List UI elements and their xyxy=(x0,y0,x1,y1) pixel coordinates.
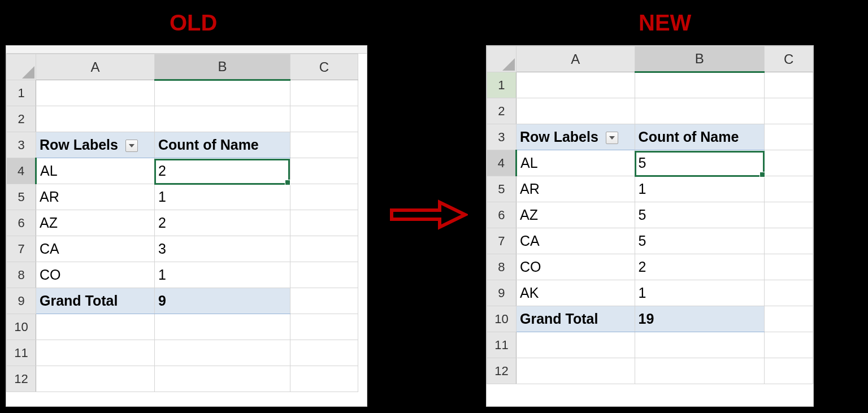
cell[interactable] xyxy=(635,332,765,358)
row-header[interactable]: 9 xyxy=(7,288,36,314)
row-header[interactable]: 1 xyxy=(7,80,36,106)
grid-new[interactable]: A B C 1 2 3 Row Labels Count of Name 4AL… xyxy=(487,46,813,384)
cell[interactable] xyxy=(155,314,290,340)
cell[interactable] xyxy=(765,254,813,280)
pivot-row-label[interactable]: CO xyxy=(516,254,635,280)
spreadsheet-new[interactable]: A B C 1 2 3 Row Labels Count of Name 4AL… xyxy=(486,45,814,407)
row-header[interactable]: 3 xyxy=(487,124,517,150)
row-header[interactable]: 4 xyxy=(7,158,36,184)
pivot-row-label[interactable]: AR xyxy=(516,176,635,202)
col-header-A[interactable]: A xyxy=(516,46,635,72)
cell[interactable] xyxy=(36,106,155,132)
select-all-corner[interactable] xyxy=(7,54,36,80)
cell[interactable] xyxy=(36,366,155,392)
grand-total-label[interactable]: Grand Total xyxy=(36,288,155,314)
col-header-A[interactable]: A xyxy=(36,54,155,80)
cell[interactable] xyxy=(36,314,155,340)
pivot-row-label[interactable]: CO xyxy=(36,262,155,288)
cell[interactable] xyxy=(516,98,635,124)
cell[interactable] xyxy=(290,314,358,340)
cell[interactable] xyxy=(765,202,813,228)
cell[interactable] xyxy=(765,306,813,332)
row-header[interactable]: 5 xyxy=(487,176,517,202)
select-all-corner[interactable] xyxy=(487,46,517,72)
cell[interactable] xyxy=(516,358,635,384)
pivot-row-label[interactable]: AL xyxy=(516,150,635,176)
cell[interactable] xyxy=(765,176,813,202)
cell[interactable] xyxy=(155,340,290,366)
pivot-value[interactable]: 1 xyxy=(155,184,290,210)
row-header[interactable]: 12 xyxy=(7,366,36,392)
pivot-value[interactable]: 5 xyxy=(635,202,765,228)
row-header[interactable]: 11 xyxy=(487,332,517,358)
cell[interactable] xyxy=(765,124,813,150)
row-header[interactable]: 7 xyxy=(487,228,517,254)
cell[interactable] xyxy=(155,106,290,132)
grand-total-value[interactable]: 19 xyxy=(635,306,765,332)
cell[interactable] xyxy=(635,358,765,384)
cell[interactable] xyxy=(516,72,635,98)
cell[interactable] xyxy=(635,72,765,98)
pivot-row-labels-header[interactable]: Row Labels xyxy=(516,124,635,150)
row-header[interactable]: 3 xyxy=(7,132,36,158)
pivot-row-label[interactable]: CA xyxy=(516,228,635,254)
pivot-row-label[interactable]: AK xyxy=(516,280,635,306)
row-header[interactable]: 5 xyxy=(7,184,36,210)
cell[interactable] xyxy=(290,236,358,262)
cell[interactable] xyxy=(765,332,813,358)
pivot-row-label[interactable]: AR xyxy=(36,184,155,210)
cell[interactable] xyxy=(290,158,358,184)
pivot-value-header[interactable]: Count of Name xyxy=(635,124,765,150)
pivot-value[interactable]: 1 xyxy=(635,280,765,306)
pivot-row-labels-header[interactable]: Row Labels xyxy=(36,132,155,158)
row-header[interactable]: 2 xyxy=(487,98,517,124)
row-header[interactable]: 11 xyxy=(7,340,36,366)
row-header[interactable]: 8 xyxy=(487,254,517,280)
grid-old[interactable]: A B C 1 2 3 Row Labels Count of Name 4AL… xyxy=(6,54,358,392)
filter-dropdown-button[interactable] xyxy=(606,132,618,144)
cell[interactable] xyxy=(290,80,358,106)
cell[interactable] xyxy=(290,340,358,366)
cell[interactable] xyxy=(290,288,358,314)
row-header[interactable]: 1 xyxy=(487,72,517,98)
pivot-value[interactable]: 1 xyxy=(635,176,765,202)
col-header-C[interactable]: C xyxy=(290,54,358,80)
spreadsheet-old[interactable]: A B C 1 2 3 Row Labels Count of Name 4AL… xyxy=(6,45,367,407)
row-header[interactable]: 6 xyxy=(7,210,36,236)
row-header[interactable]: 7 xyxy=(7,236,36,262)
row-header[interactable]: 10 xyxy=(7,314,36,340)
cell[interactable] xyxy=(765,72,813,98)
pivot-value[interactable]: 2 xyxy=(155,158,290,184)
cell[interactable] xyxy=(290,262,358,288)
col-header-B[interactable]: B xyxy=(155,54,290,80)
cell[interactable] xyxy=(290,106,358,132)
pivot-value[interactable]: 5 xyxy=(635,228,765,254)
pivot-row-label[interactable]: CA xyxy=(36,236,155,262)
cell[interactable] xyxy=(290,184,358,210)
cell[interactable] xyxy=(155,80,290,106)
cell[interactable] xyxy=(516,332,635,358)
row-header[interactable]: 2 xyxy=(7,106,36,132)
cell[interactable] xyxy=(290,132,358,158)
row-header[interactable]: 4 xyxy=(487,150,517,176)
filter-dropdown-button[interactable] xyxy=(125,140,138,152)
grand-total-value[interactable]: 9 xyxy=(155,288,290,314)
col-header-C[interactable]: C xyxy=(765,46,813,72)
pivot-row-label[interactable]: AL xyxy=(36,158,155,184)
cell[interactable] xyxy=(155,366,290,392)
cell[interactable] xyxy=(765,280,813,306)
pivot-row-label[interactable]: AZ xyxy=(516,202,635,228)
cell[interactable] xyxy=(36,340,155,366)
cell[interactable] xyxy=(36,80,155,106)
pivot-value[interactable]: 2 xyxy=(635,254,765,280)
grand-total-label[interactable]: Grand Total xyxy=(516,306,635,332)
pivot-value-header[interactable]: Count of Name xyxy=(155,132,290,158)
col-header-B[interactable]: B xyxy=(635,46,765,72)
row-header[interactable]: 6 xyxy=(487,202,517,228)
pivot-value[interactable]: 1 xyxy=(155,262,290,288)
pivot-value[interactable]: 3 xyxy=(155,236,290,262)
row-header[interactable]: 8 xyxy=(7,262,36,288)
row-header[interactable]: 12 xyxy=(487,358,517,384)
row-header[interactable]: 10 xyxy=(487,306,517,332)
cell[interactable] xyxy=(765,150,813,176)
